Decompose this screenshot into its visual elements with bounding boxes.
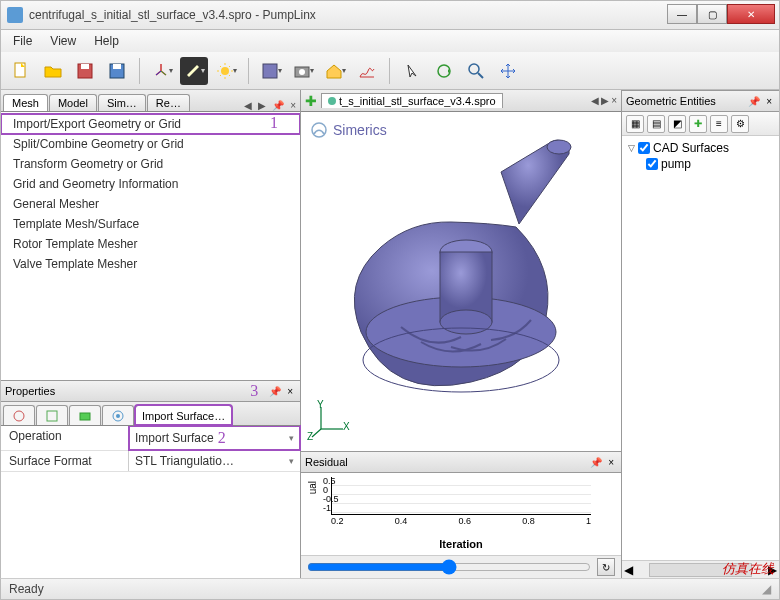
prop-val-format: STL Triangulatio… [135, 454, 234, 468]
op-import-export[interactable]: Import/Export Geometry or Grid [1, 114, 300, 134]
prop-row-format[interactable]: Surface Format STL Triangulatio…▾ [1, 451, 300, 472]
tree-root[interactable]: ▽ CAD Surfaces [628, 140, 773, 156]
viewport-tab-label: t_s_initial_stl_surface_v3.4.spro [339, 95, 496, 107]
op-rotor-mesher[interactable]: Rotor Template Mesher [1, 234, 300, 254]
ptab-import-surface[interactable]: Import Surface… [135, 405, 232, 425]
sun-button[interactable]: ▾ [212, 57, 240, 85]
residual-pin-icon[interactable]: 📌 [587, 457, 605, 468]
tab-model[interactable]: Model [49, 94, 97, 111]
save-button[interactable] [71, 57, 99, 85]
residual-title: Residual [305, 456, 348, 468]
home-button[interactable]: ▾ [321, 57, 349, 85]
menu-help[interactable]: Help [86, 32, 127, 50]
svg-point-11 [14, 411, 24, 421]
geo-btn-1[interactable]: ▦ [626, 115, 644, 133]
geo-pin-icon[interactable]: 📌 [745, 96, 763, 107]
prop-row-operation[interactable]: Operation Import Surface 2 ▾ [1, 426, 300, 451]
svg-rect-2 [81, 64, 89, 69]
geo-btn-6[interactable]: ⚙ [731, 115, 749, 133]
svg-point-5 [221, 67, 229, 75]
svg-point-17 [547, 140, 571, 154]
timestep-slider[interactable] [307, 559, 591, 575]
close-button[interactable]: ✕ [727, 4, 775, 24]
menubar: File View Help [0, 30, 780, 52]
geo-btn-5[interactable]: ≡ [710, 115, 728, 133]
resize-grip-icon[interactable]: ◢ [762, 582, 771, 596]
svg-rect-13 [80, 413, 90, 420]
annotation-2: 2 [218, 429, 226, 447]
annotation-1: 1 [270, 114, 278, 132]
tabs-pin-icon[interactable]: 📌 [270, 100, 286, 111]
dropdown-icon[interactable]: ▾ [289, 433, 294, 443]
viewport-tab-active[interactable]: t_s_initial_stl_surface_v3.4.spro [321, 93, 503, 108]
tree-child-pump[interactable]: pump [628, 156, 773, 172]
geo-add-button[interactable]: ✚ [689, 115, 707, 133]
op-template-mesh[interactable]: Template Mesh/Surface [1, 214, 300, 234]
slider-refresh-button[interactable]: ↻ [597, 558, 615, 576]
footer-watermark: 仿真在线 [722, 560, 774, 578]
tabs-close-icon[interactable]: × [288, 100, 298, 111]
minimize-button[interactable]: — [667, 4, 697, 24]
save-as-button[interactable] [103, 57, 131, 85]
geo-entities-header: Geometric Entities 📌 × [622, 90, 779, 112]
light-button[interactable]: ▾ [180, 57, 208, 85]
properties-close-icon[interactable]: × [284, 386, 296, 397]
ptab-4[interactable] [102, 405, 134, 425]
properties-pin-icon[interactable]: 📌 [266, 386, 284, 397]
tree-child-checkbox[interactable] [646, 158, 658, 170]
ptab-2[interactable] [36, 405, 68, 425]
menu-view[interactable]: View [42, 32, 84, 50]
vp-next-icon[interactable]: ▶ [601, 95, 609, 106]
tab-re[interactable]: Re… [147, 94, 190, 111]
properties-title: Properties [5, 385, 55, 397]
dropdown-icon[interactable]: ▾ [289, 456, 294, 466]
add-tab-icon[interactable]: ✚ [305, 93, 317, 109]
tabs-next-icon[interactable]: ▶ [256, 100, 268, 111]
snapshot-button[interactable]: ▾ [289, 57, 317, 85]
axes-button[interactable]: ▾ [148, 57, 176, 85]
svg-line-25 [312, 429, 321, 437]
tree-root-checkbox[interactable] [638, 142, 650, 154]
residual-plot: ual 0.50-0.5-1 0.20.40.60.81 Iteration [301, 473, 621, 555]
geo-btn-2[interactable]: ▤ [647, 115, 665, 133]
vp-prev-icon[interactable]: ◀ [591, 95, 599, 106]
new-file-button[interactable] [7, 57, 35, 85]
render-mode-button[interactable]: ▾ [257, 57, 285, 85]
open-file-button[interactable] [39, 57, 67, 85]
tabs-prev-icon[interactable]: ◀ [242, 100, 254, 111]
rotate-button[interactable] [430, 57, 458, 85]
ptab-1[interactable] [3, 405, 35, 425]
3d-viewport[interactable]: Simerics 1CAE.COM [301, 112, 621, 451]
window-title: centrifugal_s_initial_stl_surface_v3.4.s… [29, 8, 667, 22]
plot-button[interactable] [353, 57, 381, 85]
file-status-icon [328, 97, 336, 105]
op-transform[interactable]: Transform Geometry or Grid [1, 154, 300, 174]
op-grid-info[interactable]: Grid and Geometry Information [1, 174, 300, 194]
tree-child-label: pump [661, 157, 691, 171]
op-general-mesher[interactable]: General Mesher [1, 194, 300, 214]
residual-close-icon[interactable]: × [605, 457, 617, 468]
op-split-combine[interactable]: Split/Combine Geometry or Grid [1, 134, 300, 154]
pump-model [341, 132, 601, 412]
axis-triad: Y X Z [309, 401, 349, 443]
svg-point-21 [440, 310, 492, 334]
tab-sim[interactable]: Sim… [98, 94, 146, 111]
pan-button[interactable] [494, 57, 522, 85]
geo-close-icon[interactable]: × [763, 96, 775, 107]
app-icon [7, 7, 23, 23]
ptab-3[interactable] [69, 405, 101, 425]
maximize-button[interactable]: ▢ [697, 4, 727, 24]
expand-icon[interactable]: ▽ [628, 143, 635, 153]
op-valve-mesher[interactable]: Valve Template Mesher [1, 254, 300, 274]
pointer-button[interactable] [398, 57, 426, 85]
menu-file[interactable]: File [5, 32, 40, 50]
vp-close-icon[interactable]: × [611, 95, 617, 106]
zoom-button[interactable] [462, 57, 490, 85]
tab-mesh[interactable]: Mesh [3, 94, 48, 111]
svg-rect-12 [47, 411, 57, 421]
geo-btn-3[interactable]: ◩ [668, 115, 686, 133]
svg-rect-0 [15, 63, 25, 77]
svg-point-10 [469, 64, 479, 74]
svg-point-15 [116, 414, 120, 418]
status-text: Ready [9, 582, 44, 596]
